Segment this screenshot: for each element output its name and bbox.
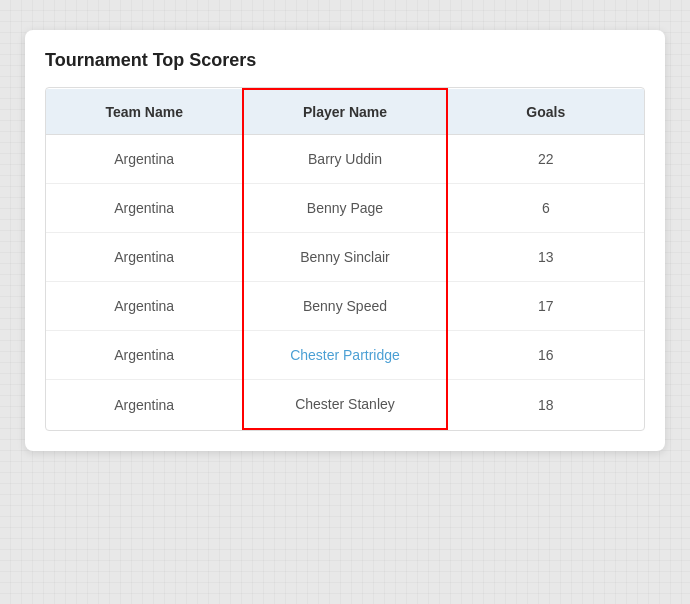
cell-team: Argentina <box>46 380 243 430</box>
cell-player: Benny Sinclair <box>243 233 446 282</box>
cell-goals: 18 <box>447 380 644 430</box>
table-row: ArgentinaBenny Speed17 <box>46 282 644 331</box>
cell-team: Argentina <box>46 282 243 331</box>
cell-player: Benny Speed <box>243 282 446 331</box>
header-team: Team Name <box>46 89 243 135</box>
cell-player: Barry Uddin <box>243 135 446 184</box>
cell-goals: 6 <box>447 184 644 233</box>
table-row: ArgentinaBenny Sinclair13 <box>46 233 644 282</box>
cell-player[interactable]: Chester Partridge <box>243 331 446 380</box>
table-row: ArgentinaChester Stanley18 <box>46 380 644 430</box>
cell-goals: 16 <box>447 331 644 380</box>
header-player: Player Name <box>243 89 446 135</box>
table-header-row: Team Name Player Name Goals <box>46 89 644 135</box>
card-title: Tournament Top Scorers <box>45 50 645 71</box>
cell-player: Chester Stanley <box>243 380 446 430</box>
table-row: ArgentinaBarry Uddin22 <box>46 135 644 184</box>
table-wrapper: Team Name Player Name Goals ArgentinaBar… <box>45 87 645 431</box>
scorers-table: Team Name Player Name Goals ArgentinaBar… <box>46 88 644 430</box>
cell-team: Argentina <box>46 184 243 233</box>
cell-team: Argentina <box>46 233 243 282</box>
cell-goals: 17 <box>447 282 644 331</box>
cell-team: Argentina <box>46 331 243 380</box>
cell-player: Benny Page <box>243 184 446 233</box>
cell-goals: 22 <box>447 135 644 184</box>
table-row: ArgentinaBenny Page6 <box>46 184 644 233</box>
tournament-card: Tournament Top Scorers Team Name Player … <box>25 30 665 451</box>
table-row: ArgentinaChester Partridge16 <box>46 331 644 380</box>
table-scroll[interactable]: Team Name Player Name Goals ArgentinaBar… <box>46 88 644 430</box>
header-goals: Goals <box>447 89 644 135</box>
cell-goals: 13 <box>447 233 644 282</box>
cell-team: Argentina <box>46 135 243 184</box>
